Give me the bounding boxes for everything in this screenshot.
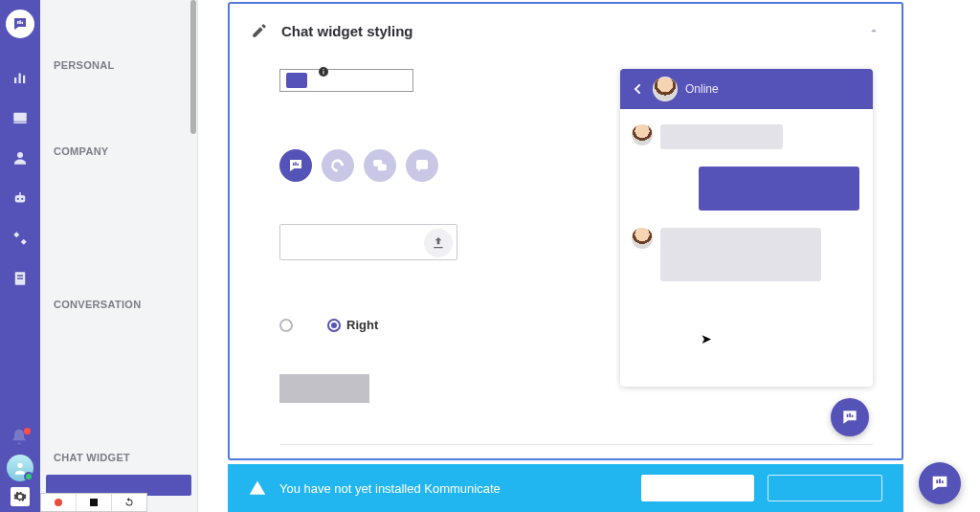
svg-rect-2 (22, 22, 24, 24)
svg-rect-18 (323, 71, 324, 75)
settings-sidebar: PERSONAL COMPANY CONVERSATION CHAT WIDGE… (40, 0, 198, 512)
svg-rect-25 (416, 160, 428, 169)
presence-indicator (24, 472, 33, 481)
svg-rect-0 (17, 21, 19, 24)
svg-point-8 (17, 152, 23, 158)
upload-icon[interactable] (424, 229, 453, 257)
svg-rect-4 (19, 74, 21, 84)
svg-rect-30 (939, 479, 941, 483)
svg-rect-27 (849, 413, 851, 417)
launcher-icon-option-1[interactable] (279, 149, 312, 182)
svg-rect-22 (298, 164, 300, 166)
nav-integrations-icon[interactable] (10, 228, 31, 249)
launcher-icon-option-4[interactable] (406, 149, 438, 182)
restart-button[interactable] (112, 494, 146, 511)
widget-position-group: Right (279, 318, 547, 332)
position-right-label: Right (346, 318, 378, 332)
preview-launcher-bubble[interactable] (831, 398, 869, 436)
agent-avatar (653, 77, 678, 101)
screen-record-toolbar (40, 493, 147, 512)
dismiss-button[interactable] (768, 475, 882, 501)
svg-rect-26 (847, 414, 849, 417)
svg-rect-7 (13, 122, 27, 124)
info-icon[interactable] (318, 66, 329, 78)
sidebar-section-conversation: CONVERSATION (40, 281, 197, 320)
record-button[interactable] (41, 494, 77, 511)
svg-rect-14 (17, 275, 23, 277)
current-user-avatar[interactable] (7, 455, 33, 481)
svg-rect-19 (323, 69, 324, 70)
chat-widget-preview: Online ➤ (620, 69, 873, 387)
svg-rect-20 (293, 163, 295, 166)
position-left-radio[interactable] (279, 319, 293, 332)
back-icon[interactable] (630, 81, 645, 97)
sidebar-section-personal: PERSONAL (40, 42, 197, 80)
agent-status: Online (685, 82, 719, 96)
chat-widget-styling-panel: Chat widget styling (228, 2, 903, 460)
launcher-icon-options (279, 149, 547, 182)
svg-rect-29 (936, 479, 938, 483)
install-banner: You have not yet installed Kommunicate (228, 464, 903, 512)
main-content: Chat widget styling (198, 0, 980, 512)
sidebar-scrollbar[interactable] (190, 0, 196, 134)
svg-rect-15 (17, 278, 23, 279)
panel-title: Chat widget styling (281, 23, 413, 39)
settings-icon[interactable] (11, 487, 30, 506)
launcher-icon-option-3[interactable] (364, 149, 396, 182)
custom-icon-upload[interactable] (279, 224, 457, 260)
svg-rect-24 (378, 165, 387, 171)
message-avatar (632, 124, 653, 145)
svg-point-16 (17, 463, 22, 468)
svg-rect-5 (23, 76, 25, 83)
svg-rect-28 (852, 415, 854, 418)
color-swatch (286, 73, 307, 88)
message-avatar (632, 228, 653, 249)
nav-bot-icon[interactable] (10, 188, 31, 209)
page-chat-launcher[interactable] (919, 462, 961, 504)
install-banner-text: You have not yet installed Kommunicate (279, 481, 501, 496)
svg-rect-12 (19, 192, 21, 195)
sidebar-section-company: COMPANY (40, 128, 197, 167)
notifications-icon[interactable] (10, 428, 31, 449)
outgoing-bubble (699, 167, 859, 211)
svg-rect-6 (13, 113, 27, 122)
svg-rect-1 (19, 20, 21, 24)
warning-icon (249, 479, 279, 497)
nav-analytics-icon[interactable] (10, 67, 31, 88)
nav-conversations-icon[interactable] (10, 107, 31, 128)
pencil-icon (251, 22, 281, 39)
brand-logo[interactable] (6, 10, 34, 38)
icon-rail (0, 0, 40, 512)
incoming-bubble (660, 124, 783, 149)
save-placeholder-button[interactable] (279, 374, 369, 403)
position-right-radio[interactable]: Right (327, 318, 378, 332)
incoming-message (632, 124, 861, 149)
color-input[interactable] (279, 69, 413, 92)
cursor-icon: ➤ (701, 331, 712, 346)
svg-point-10 (17, 198, 19, 200)
incoming-message-2 (632, 228, 861, 281)
svg-rect-9 (15, 195, 26, 203)
panel-divider (279, 444, 873, 445)
sidebar-section-chat-widget: CHAT WIDGET (40, 434, 197, 473)
svg-rect-3 (14, 78, 16, 83)
install-button[interactable] (641, 475, 754, 501)
incoming-bubble-large (660, 228, 821, 281)
svg-rect-31 (942, 480, 944, 483)
nav-docs-icon[interactable] (10, 268, 31, 289)
notification-badge (24, 428, 31, 434)
collapse-toggle[interactable] (867, 24, 880, 37)
nav-users-icon[interactable] (10, 147, 31, 168)
primary-color-field (279, 69, 547, 92)
stop-button[interactable] (77, 494, 112, 511)
svg-point-11 (21, 198, 23, 200)
svg-rect-21 (295, 162, 297, 166)
launcher-icon-option-2[interactable] (322, 149, 354, 182)
